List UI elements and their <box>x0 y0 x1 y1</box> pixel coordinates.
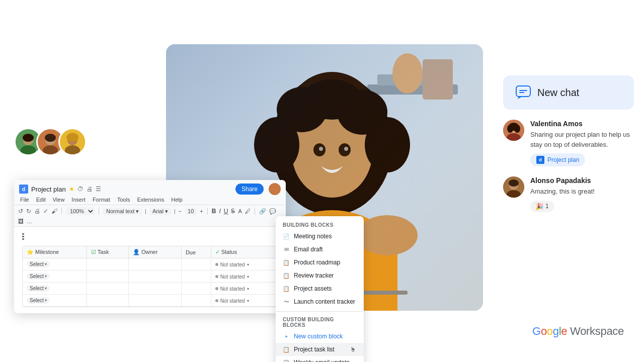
cell-owner-1[interactable] <box>128 258 181 270</box>
menu-item-meeting-notes[interactable]: 📄 Meeting notes <box>276 230 364 243</box>
project-table: ⭐ Milestone ☑ Task 👤 Owner Due ✓ Status … <box>22 246 278 307</box>
menu-item-label-weekly-email: Weekly email update <box>294 359 350 362</box>
svg-rect-41 <box>22 236 24 237</box>
cell-owner-2[interactable] <box>128 270 181 283</box>
comment-button[interactable]: 💬 <box>269 208 276 215</box>
menu-insert[interactable]: Insert <box>71 197 86 203</box>
section-label-custom: Custom Building Blocks <box>276 315 364 330</box>
svg-point-39 <box>66 133 78 142</box>
menu-item-review-tracker[interactable]: 📋 Review tracker <box>276 269 364 282</box>
table-header-row: ⭐ Milestone ☑ Task 👤 Owner Due ✓ Status <box>23 246 277 258</box>
italic-button[interactable]: I <box>219 208 220 215</box>
toolbar-sep-3 <box>207 208 208 215</box>
image-button[interactable]: 🖼 <box>18 218 24 224</box>
new-custom-icon: + <box>283 333 290 340</box>
email-draft-icon: ✉ <box>283 246 290 253</box>
menu-item-email-draft[interactable]: ✉ Email draft <box>276 243 364 256</box>
font-family-selector[interactable]: Arial ▾ <box>149 208 171 215</box>
brand-g2: g <box>553 325 559 337</box>
cell-owner-4[interactable] <box>128 295 181 307</box>
avatars-group <box>14 128 87 156</box>
font-sep-2: | <box>174 209 176 214</box>
menu-tools[interactable]: Tools <box>117 197 130 203</box>
docs-menu-row: File Edit View Insert Format Tools Exten… <box>19 197 281 203</box>
reaction-count: 1 <box>545 203 549 210</box>
menu-edit[interactable]: Edit <box>36 197 46 203</box>
section-label-building-blocks: Building Blocks <box>276 220 364 230</box>
svg-rect-44 <box>519 90 527 91</box>
cell-select-4[interactable]: Select ▾ <box>23 295 87 307</box>
cell-task-1[interactable] <box>87 258 128 270</box>
menu-item-project-task-list[interactable]: 📋 Project task list 🖱 <box>276 343 364 356</box>
emoji-reaction[interactable]: 🎉 1 <box>530 201 554 212</box>
table-row: Select ▾ Not started ▾ <box>23 270 277 283</box>
meeting-notes-icon: 📄 <box>283 233 290 240</box>
font-size-display[interactable]: 10 <box>185 208 197 215</box>
cell-due-2[interactable] <box>181 270 211 283</box>
cell-select-1[interactable]: Select ▾ <box>23 258 87 270</box>
link-button[interactable]: 🔗 <box>259 208 266 215</box>
cell-due-3[interactable] <box>181 283 211 295</box>
menu-view[interactable]: View <box>53 197 65 203</box>
menu-file[interactable]: File <box>20 197 29 203</box>
task-icon: ☑ <box>91 249 96 255</box>
cell-status-3[interactable]: Not started ▾ <box>211 283 277 295</box>
menu-item-launch-content-tracker[interactable]: 〜 Launch content tracker <box>276 295 364 308</box>
col-milestone: ⭐ Milestone <box>23 246 87 258</box>
cell-status-4[interactable]: Not started ▾ <box>211 295 277 307</box>
redo-icon[interactable]: ↻ <box>26 208 31 215</box>
undo-icon[interactable]: ↺ <box>18 208 23 215</box>
star-icon: ★ <box>69 186 74 193</box>
project-plan-chip[interactable]: d Project plan <box>530 153 585 166</box>
menu-format[interactable]: Format <box>93 197 110 203</box>
share-button[interactable]: Share <box>235 184 264 195</box>
col-status: ✓ Status <box>211 246 277 258</box>
svg-rect-40 <box>22 233 24 235</box>
font-decrease[interactable]: − <box>179 208 182 214</box>
menu-item-label-project-task-list: Project task list <box>294 346 335 353</box>
cell-status-2[interactable]: Not started ▾ <box>211 270 277 283</box>
svg-point-34 <box>45 134 56 142</box>
new-chat-button[interactable]: New chat <box>503 75 634 110</box>
menu-item-new-custom-block[interactable]: + New custom block <box>276 330 364 343</box>
highlight-button[interactable]: 🖊 <box>245 208 251 214</box>
text-style-selector[interactable]: Normal text ▾ <box>103 208 142 215</box>
cell-task-2[interactable] <box>87 270 128 283</box>
avatar-3 <box>58 128 87 156</box>
menu-item-product-roadmap[interactable]: 📋 Product roadmap <box>276 256 364 269</box>
brand-g: G <box>532 325 541 337</box>
svg-rect-43 <box>516 86 530 97</box>
cell-due-4[interactable] <box>181 295 211 307</box>
print-toolbar-icon[interactable]: 🖨 <box>34 208 40 215</box>
cell-owner-3[interactable] <box>128 283 181 295</box>
cell-task-4[interactable] <box>87 295 128 307</box>
underline-button[interactable]: U <box>224 208 228 215</box>
more-toolbar[interactable]: … <box>27 218 32 224</box>
alonso-name: Alonso Papadakis <box>530 176 634 185</box>
new-chat-label: New chat <box>537 87 579 99</box>
cell-due-1[interactable] <box>181 258 211 270</box>
cell-task-3[interactable] <box>87 283 128 295</box>
table-row: Select ▾ Not started ▾ <box>23 283 277 295</box>
docs-title: Project plan <box>31 186 66 193</box>
text-color-button[interactable]: A <box>238 208 242 214</box>
menu-extensions[interactable]: Extensions <box>137 197 164 203</box>
menu-help[interactable]: Help <box>171 197 183 203</box>
menu-item-label-project-assets: Project assets <box>294 285 332 292</box>
zoom-selector[interactable]: 100% <box>66 207 95 215</box>
strikethrough-button[interactable]: S̶ <box>231 208 235 215</box>
paint-format-icon[interactable]: 🖌 <box>51 208 57 215</box>
bold-button[interactable]: B <box>212 208 216 215</box>
docs-table: ⭐ Milestone ☑ Task 👤 Owner Due ✓ Status … <box>23 246 277 307</box>
docs-titlebar: d Project plan ★ ⏱ 🖨 ☰ Share File Edit V… <box>14 180 286 205</box>
svg-point-55 <box>509 179 519 187</box>
font-increase[interactable]: + <box>200 208 203 214</box>
product-roadmap-icon: 📋 <box>283 259 290 266</box>
brand-o1: o <box>541 325 547 337</box>
cell-select-3[interactable]: Select ▾ <box>23 283 87 295</box>
cell-select-2[interactable]: Select ▾ <box>23 270 87 283</box>
menu-item-project-assets[interactable]: 📋 Project assets <box>276 282 364 295</box>
spell-check-icon[interactable]: ✓ <box>43 208 48 215</box>
cell-status-1[interactable]: Not started ▾ <box>211 258 277 270</box>
menu-item-weekly-email-update[interactable]: 📋 Weekly email update <box>276 356 364 362</box>
